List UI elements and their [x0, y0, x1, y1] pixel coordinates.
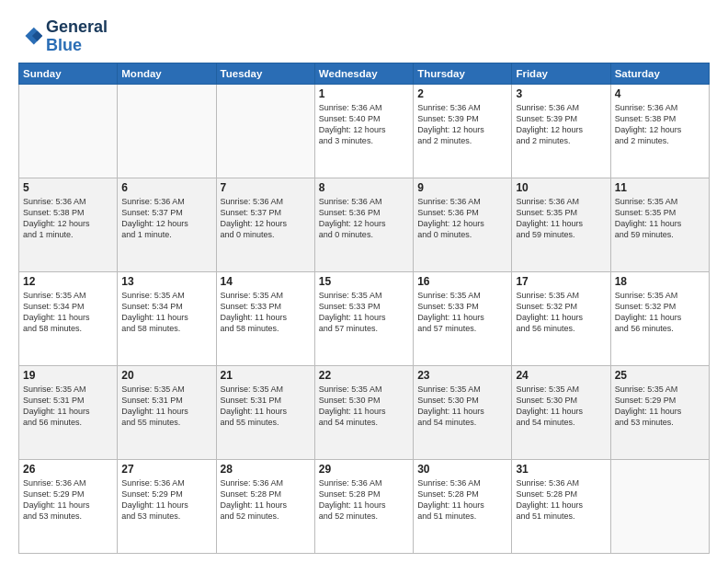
weekday-header-sunday: Sunday [19, 63, 118, 84]
calendar-cell: 8Sunrise: 5:36 AM Sunset: 5:36 PM Daylig… [314, 178, 413, 271]
calendar-cell: 20Sunrise: 5:35 AM Sunset: 5:31 PM Dayli… [118, 365, 216, 459]
calendar-cell: 22Sunrise: 5:35 AM Sunset: 5:30 PM Dayli… [314, 365, 413, 459]
calendar-cell: 3Sunrise: 5:36 AM Sunset: 5:39 PM Daylig… [512, 84, 610, 178]
logo: General Blue [18, 18, 108, 55]
day-number: 29 [319, 463, 409, 476]
page: General Blue SundayMondayTuesdayWednesda… [0, 0, 728, 563]
day-number: 12 [23, 275, 113, 288]
day-number: 11 [615, 181, 705, 194]
cell-details: Sunrise: 5:35 AM Sunset: 5:30 PM Dayligh… [516, 384, 606, 429]
cell-details: Sunrise: 5:36 AM Sunset: 5:36 PM Dayligh… [319, 196, 409, 241]
weekday-header-tuesday: Tuesday [216, 63, 314, 84]
calendar-cell: 10Sunrise: 5:36 AM Sunset: 5:35 PM Dayli… [512, 178, 610, 271]
cell-details: Sunrise: 5:36 AM Sunset: 5:37 PM Dayligh… [221, 196, 311, 241]
calendar-cell: 2Sunrise: 5:36 AM Sunset: 5:39 PM Daylig… [414, 84, 512, 178]
cell-details: Sunrise: 5:35 AM Sunset: 5:31 PM Dayligh… [221, 384, 311, 429]
calendar-cell: 11Sunrise: 5:35 AM Sunset: 5:35 PM Dayli… [610, 178, 709, 271]
calendar-cell: 26Sunrise: 5:36 AM Sunset: 5:29 PM Dayli… [19, 459, 118, 553]
day-number: 1 [319, 87, 409, 100]
cell-details: Sunrise: 5:35 AM Sunset: 5:34 PM Dayligh… [121, 290, 211, 335]
cell-details: Sunrise: 5:35 AM Sunset: 5:33 PM Dayligh… [319, 290, 409, 335]
day-number: 19 [23, 369, 113, 382]
cell-details: Sunrise: 5:36 AM Sunset: 5:38 PM Dayligh… [615, 102, 705, 147]
calendar-table: SundayMondayTuesdayWednesdayThursdayFrid… [18, 63, 710, 554]
day-number: 6 [121, 181, 211, 194]
cell-details: Sunrise: 5:35 AM Sunset: 5:32 PM Dayligh… [615, 290, 705, 335]
calendar-cell: 17Sunrise: 5:35 AM Sunset: 5:32 PM Dayli… [512, 271, 610, 365]
day-number: 21 [221, 369, 311, 382]
calendar-cell: 6Sunrise: 5:36 AM Sunset: 5:37 PM Daylig… [118, 178, 216, 271]
day-number: 15 [319, 275, 409, 288]
cell-details: Sunrise: 5:36 AM Sunset: 5:28 PM Dayligh… [221, 477, 311, 523]
day-number: 5 [23, 181, 113, 194]
calendar-cell: 30Sunrise: 5:36 AM Sunset: 5:28 PM Dayli… [414, 459, 512, 553]
calendar-cell: 4Sunrise: 5:36 AM Sunset: 5:38 PM Daylig… [610, 84, 709, 178]
day-number: 3 [516, 87, 606, 100]
cell-details: Sunrise: 5:36 AM Sunset: 5:36 PM Dayligh… [417, 196, 507, 241]
cell-details: Sunrise: 5:35 AM Sunset: 5:30 PM Dayligh… [319, 384, 409, 429]
calendar-cell: 12Sunrise: 5:35 AM Sunset: 5:34 PM Dayli… [19, 271, 118, 365]
cell-details: Sunrise: 5:36 AM Sunset: 5:37 PM Dayligh… [121, 196, 211, 241]
cell-details: Sunrise: 5:36 AM Sunset: 5:29 PM Dayligh… [121, 477, 211, 523]
week-row-2: 5Sunrise: 5:36 AM Sunset: 5:38 PM Daylig… [19, 178, 710, 271]
cell-details: Sunrise: 5:35 AM Sunset: 5:31 PM Dayligh… [121, 384, 211, 429]
calendar-cell: 1Sunrise: 5:36 AM Sunset: 5:40 PM Daylig… [314, 84, 413, 178]
day-number: 31 [516, 463, 606, 476]
cell-details: Sunrise: 5:35 AM Sunset: 5:35 PM Dayligh… [615, 196, 705, 241]
calendar-cell: 29Sunrise: 5:36 AM Sunset: 5:28 PM Dayli… [314, 459, 413, 553]
calendar-cell: 13Sunrise: 5:35 AM Sunset: 5:34 PM Dayli… [118, 271, 216, 365]
calendar-cell: 15Sunrise: 5:35 AM Sunset: 5:33 PM Dayli… [314, 271, 413, 365]
day-number: 30 [417, 463, 507, 476]
cell-details: Sunrise: 5:36 AM Sunset: 5:35 PM Dayligh… [516, 196, 606, 241]
calendar-cell: 28Sunrise: 5:36 AM Sunset: 5:28 PM Dayli… [216, 459, 314, 553]
logo-icon [18, 24, 44, 50]
day-number: 22 [319, 369, 409, 382]
logo-line2: Blue [46, 37, 108, 55]
calendar-cell [216, 84, 314, 178]
calendar-cell [610, 459, 709, 553]
day-number: 4 [615, 87, 705, 100]
calendar-cell: 14Sunrise: 5:35 AM Sunset: 5:33 PM Dayli… [216, 271, 314, 365]
cell-details: Sunrise: 5:35 AM Sunset: 5:34 PM Dayligh… [23, 290, 113, 335]
cell-details: Sunrise: 5:36 AM Sunset: 5:40 PM Dayligh… [319, 102, 409, 147]
calendar-cell: 19Sunrise: 5:35 AM Sunset: 5:31 PM Dayli… [19, 365, 118, 459]
calendar-cell: 9Sunrise: 5:36 AM Sunset: 5:36 PM Daylig… [414, 178, 512, 271]
calendar-cell: 25Sunrise: 5:35 AM Sunset: 5:29 PM Dayli… [610, 365, 709, 459]
week-row-1: 1Sunrise: 5:36 AM Sunset: 5:40 PM Daylig… [19, 84, 710, 178]
day-number: 17 [516, 275, 606, 288]
day-number: 23 [417, 369, 507, 382]
cell-details: Sunrise: 5:36 AM Sunset: 5:28 PM Dayligh… [319, 477, 409, 523]
cell-details: Sunrise: 5:35 AM Sunset: 5:33 PM Dayligh… [417, 290, 507, 335]
weekday-header-friday: Friday [512, 63, 610, 84]
cell-details: Sunrise: 5:35 AM Sunset: 5:30 PM Dayligh… [417, 384, 507, 429]
week-row-5: 26Sunrise: 5:36 AM Sunset: 5:29 PM Dayli… [19, 459, 710, 553]
cell-details: Sunrise: 5:36 AM Sunset: 5:28 PM Dayligh… [516, 477, 606, 523]
weekday-header-wednesday: Wednesday [314, 63, 413, 84]
cell-details: Sunrise: 5:36 AM Sunset: 5:38 PM Dayligh… [23, 196, 113, 241]
weekday-header-monday: Monday [118, 63, 216, 84]
day-number: 8 [319, 181, 409, 194]
calendar-cell [19, 84, 118, 178]
day-number: 13 [121, 275, 211, 288]
week-row-4: 19Sunrise: 5:35 AM Sunset: 5:31 PM Dayli… [19, 365, 710, 459]
day-number: 28 [221, 463, 311, 476]
calendar-cell: 24Sunrise: 5:35 AM Sunset: 5:30 PM Dayli… [512, 365, 610, 459]
calendar-cell [118, 84, 216, 178]
day-number: 9 [417, 181, 507, 194]
calendar-cell: 27Sunrise: 5:36 AM Sunset: 5:29 PM Dayli… [118, 459, 216, 553]
day-number: 2 [417, 87, 507, 100]
day-number: 7 [221, 181, 311, 194]
cell-details: Sunrise: 5:36 AM Sunset: 5:28 PM Dayligh… [417, 477, 507, 523]
day-number: 24 [516, 369, 606, 382]
cell-details: Sunrise: 5:36 AM Sunset: 5:29 PM Dayligh… [23, 477, 113, 523]
cell-details: Sunrise: 5:35 AM Sunset: 5:31 PM Dayligh… [23, 384, 113, 429]
day-number: 25 [615, 369, 705, 382]
calendar-cell: 23Sunrise: 5:35 AM Sunset: 5:30 PM Dayli… [414, 365, 512, 459]
cell-details: Sunrise: 5:35 AM Sunset: 5:29 PM Dayligh… [615, 384, 705, 429]
logo-line1: General [46, 18, 108, 37]
day-number: 18 [615, 275, 705, 288]
day-number: 10 [516, 181, 606, 194]
calendar-cell: 21Sunrise: 5:35 AM Sunset: 5:31 PM Dayli… [216, 365, 314, 459]
calendar-cell: 16Sunrise: 5:35 AM Sunset: 5:33 PM Dayli… [414, 271, 512, 365]
day-number: 27 [121, 463, 211, 476]
